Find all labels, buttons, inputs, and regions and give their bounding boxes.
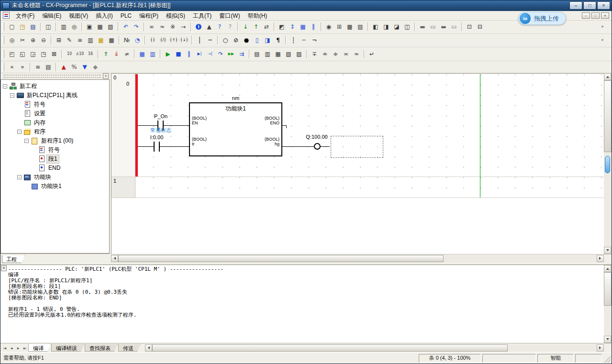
rung-0-margin[interactable]: 0 0: [111, 74, 135, 176]
rung-table-button[interactable]: ▦: [106, 35, 117, 45]
toolbar-c-button[interactable]: ▬: [438, 22, 449, 32]
context-help-button[interactable]: ?: [225, 22, 235, 32]
tree-item-0[interactable]: -新工程: [1, 82, 109, 91]
paste-button[interactable]: ▦: [95, 22, 105, 32]
tree-item-5[interactable]: -程序: [1, 127, 109, 136]
find-in-files-button[interactable]: ※: [167, 22, 178, 32]
compile-button[interactable]: ◩: [277, 22, 287, 32]
output-tab-prev-button[interactable]: ◀: [8, 344, 15, 351]
stop-button[interactable]: ■: [173, 49, 184, 59]
watch-window-button[interactable]: ◉: [323, 22, 334, 32]
cascade-button[interactable]: ◱: [17, 49, 28, 59]
tree-item-3[interactable]: 设置: [1, 109, 109, 118]
columns-button[interactable]: ▥: [85, 35, 96, 45]
mark-up-button[interactable]: ▲: [58, 62, 69, 72]
redo-button[interactable]: ↷: [131, 22, 142, 32]
menu-item-0[interactable]: 文件(F): [12, 11, 38, 20]
monitor-2-button[interactable]: ▥: [147, 49, 158, 59]
menu-item-2[interactable]: 视图(V): [65, 11, 92, 20]
tree-item-11[interactable]: 功能块1: [1, 182, 109, 191]
function-block-button[interactable]: ▯: [252, 35, 262, 45]
memory-1-button[interactable]: ▤: [252, 49, 262, 59]
cross-reference-button[interactable]: ⊞: [334, 22, 345, 32]
force-off-button[interactable]: ⇓: [111, 49, 122, 59]
diff-2-button[interactable]: ≐: [320, 49, 330, 59]
monitor-button[interactable]: ▦: [298, 22, 308, 32]
hex-button[interactable]: 16: [85, 49, 96, 59]
print-preview-button[interactable]: ◎: [69, 22, 79, 32]
child-close-button[interactable]: ×: [601, 12, 609, 19]
arrange-icons-button[interactable]: ◫: [402, 22, 412, 32]
options-button[interactable]: ⊟: [475, 22, 485, 32]
pause-monitor-button[interactable]: ‖: [308, 22, 319, 32]
address-ref-tool-button[interactable]: №: [122, 35, 132, 45]
output-hscrollbar[interactable]: [145, 344, 604, 352]
tree-expander[interactable]: -: [3, 84, 7, 88]
indent-button[interactable]: »: [17, 62, 28, 72]
child-minimize-button[interactable]: –: [582, 12, 590, 19]
tree-item-2[interactable]: 符号: [1, 100, 109, 109]
cut-button[interactable]: ✂: [17, 35, 28, 45]
tree-item-8[interactable]: 段1: [1, 154, 109, 164]
output-scroll-up-button[interactable]: [604, 265, 611, 272]
upload-overlay[interactable]: ∞ 拖拽上传: [518, 12, 566, 25]
coil-close-button[interactable]: ⊘: [231, 35, 241, 45]
output-tab-2[interactable]: 查找报表: [85, 344, 118, 352]
step-over-button[interactable]: ↷: [215, 49, 226, 59]
menu-item-5[interactable]: 编程(P): [135, 11, 162, 20]
child-restore-button[interactable]: □: [591, 12, 600, 19]
contact-close-button[interactable]: ┤/├: [158, 35, 168, 45]
signed-decimal-button[interactable]: ±10: [75, 49, 85, 59]
percent-button[interactable]: %: [69, 62, 79, 72]
align-left-button[interactable]: ≡: [33, 62, 43, 72]
find-button[interactable]: ∞: [146, 22, 157, 32]
clock-button[interactable]: ◔: [132, 35, 143, 45]
contact-open-button[interactable]: ┤├: [147, 35, 158, 45]
copy-button[interactable]: ▣: [84, 22, 95, 32]
menu-item-9[interactable]: 帮助(H): [244, 11, 271, 20]
memory-4-button[interactable]: ▧: [283, 49, 294, 59]
output-scroll-left-button[interactable]: [145, 344, 152, 352]
output-text[interactable]: × ----------------- PLC: '新PLC1' (PLC机型 …: [0, 265, 604, 343]
output-scroll-right-button[interactable]: [597, 344, 604, 352]
panel-close-button[interactable]: ×: [103, 73, 109, 79]
info-button[interactable]: i: [193, 22, 204, 32]
output-coil[interactable]: [314, 143, 321, 150]
minimize-button[interactable]: –: [569, 1, 582, 10]
transfer-to-plc-button[interactable]: ↓: [240, 22, 251, 32]
vscroll-track[interactable]: [604, 80, 612, 247]
scroll-right-button[interactable]: [597, 255, 604, 262]
output-tab-0[interactable]: 编译: [28, 344, 51, 352]
pause-button[interactable]: ‖: [184, 49, 194, 59]
output-tab-3[interactable]: 传送: [118, 344, 141, 352]
menu-item-6[interactable]: 模拟(S): [162, 11, 189, 20]
output-hscroll-track[interactable]: [152, 344, 597, 352]
align-list-button[interactable]: ▤: [43, 62, 54, 72]
tree-item-9[interactable]: END: [1, 164, 109, 173]
scroll-down-button[interactable]: [604, 247, 611, 254]
tree-item-4[interactable]: 内存: [1, 118, 109, 127]
menu-item-7[interactable]: 工具(T): [189, 11, 215, 20]
output-vscroll-thumb[interactable]: [604, 272, 612, 306]
paste-special-button[interactable]: ▧: [105, 22, 116, 32]
force-cancel-button[interactable]: ≠: [122, 49, 132, 59]
instruction-button[interactable]: ¶: [273, 35, 283, 45]
rung-1-margin[interactable]: 1: [111, 177, 135, 198]
tree-item-1[interactable]: -新PLC1[CP1L] 离线: [1, 91, 109, 100]
tree-expander[interactable]: -: [10, 93, 14, 98]
step-in-button[interactable]: →|: [205, 49, 215, 59]
output-tab-1[interactable]: 编译错误: [51, 344, 84, 352]
output-tab-last-button[interactable]: ▶|: [22, 344, 28, 351]
output-hscroll-thumb[interactable]: [152, 344, 508, 352]
step-run-button[interactable]: ▶|: [194, 49, 205, 59]
tree-expander[interactable]: -: [17, 175, 22, 179]
close-button[interactable]: ×: [597, 1, 610, 10]
work-online-button[interactable]: ↕: [287, 22, 298, 32]
tree-item-7[interactable]: 符号: [1, 145, 109, 154]
panel-grip[interactable]: [3, 75, 101, 78]
diff-1-button[interactable]: ∓: [309, 49, 320, 59]
memory-5-button[interactable]: ▨: [294, 49, 304, 59]
scroll-up-button[interactable]: [604, 73, 611, 80]
coil-set-button[interactable]: ●: [241, 35, 252, 45]
tile-h-button[interactable]: ◲: [28, 49, 38, 59]
